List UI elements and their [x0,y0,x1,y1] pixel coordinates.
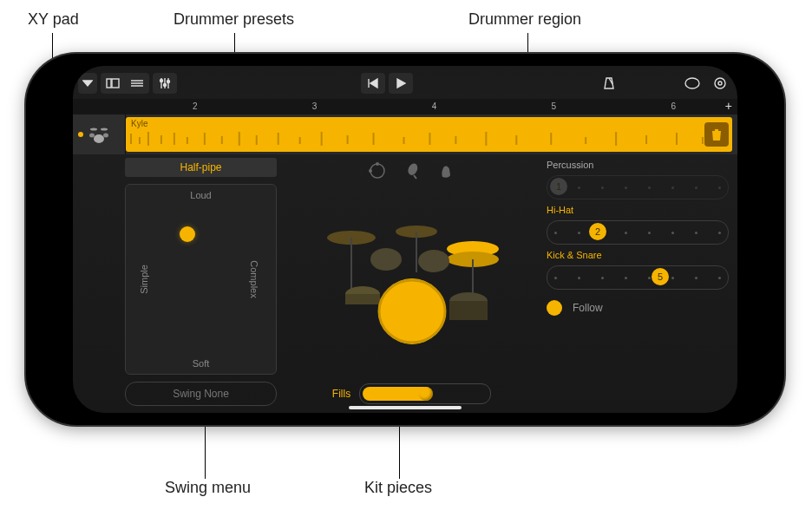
kicksnare-slider[interactable]: 5 [547,265,729,290]
svg-rect-39 [515,135,517,145]
ruler-tick: 4 [432,101,437,111]
editor-right-column: Percussion 1 Hi-Hat 2 Kick & Snare 5 [547,158,729,406]
svg-point-13 [715,78,725,88]
svg-point-59 [418,250,449,272]
hihat-stop[interactable]: 2 [589,223,606,240]
svg-point-14 [718,82,722,85]
svg-rect-20 [130,134,132,144]
kicksnare-stop[interactable]: 5 [652,268,669,285]
trash-icon [710,128,723,141]
svg-point-49 [406,162,419,177]
svg-point-48 [369,169,372,173]
svg-rect-61 [345,294,380,304]
kit-pieces[interactable] [312,180,512,382]
ruler-tick: 2 [193,101,198,111]
svg-rect-29 [256,135,258,145]
svg-point-15 [94,134,104,143]
ruler-tick: 3 [312,101,318,111]
track-row: Kyle [73,114,737,154]
record-enable-dot[interactable] [78,132,83,137]
skip-back-button[interactable] [361,73,385,94]
fills-label: Fills [332,388,350,400]
xy-puck[interactable] [180,226,195,242]
svg-point-17 [103,134,108,138]
svg-rect-37 [455,136,456,144]
fills-row: Fills [332,382,491,406]
drummer-editor: Half-pipe Loud Soft Simple Complex Swing… [73,153,737,413]
callout-xy-pad: XY pad [28,10,79,29]
mixer-button[interactable] [153,73,177,94]
callout-kit-pieces: Kit pieces [364,479,432,497]
mixer-icon [158,77,172,89]
tracks-view-icon [130,78,144,88]
loop-button[interactable] [680,73,704,94]
svg-point-10 [167,81,170,83]
xy-label-soft: Soft [193,358,210,369]
loop-icon [684,76,701,90]
svg-point-58 [370,248,402,271]
settings-button[interactable] [708,73,732,94]
menu-button[interactable] [78,73,97,94]
svg-rect-38 [485,132,487,146]
svg-rect-35 [403,137,405,144]
svg-rect-28 [239,132,240,146]
add-track-button[interactable]: + [725,99,732,113]
fills-slider[interactable] [359,383,491,404]
editor-mid-column: Fills [291,158,533,406]
timeline-ruler[interactable]: 2 3 4 5 6 + [73,99,737,114]
svg-point-46 [370,164,384,178]
menu-triangle-icon [82,79,93,88]
svg-point-16 [89,134,95,138]
svg-rect-63 [449,301,488,320]
xy-label-complex: Complex [248,260,259,298]
svg-rect-27 [221,136,223,144]
metronome-icon [601,75,617,91]
svg-rect-31 [299,137,301,144]
delete-region-button[interactable] [704,122,729,147]
svg-rect-34 [373,133,375,145]
drummer-region[interactable]: Kyle [126,117,732,152]
track-header[interactable] [73,114,126,154]
percussion-stop[interactable]: 1 [550,178,567,195]
play-icon [396,78,406,88]
shaker-icon[interactable] [403,161,422,180]
play-button[interactable] [389,73,413,94]
gear-icon [712,75,728,91]
browser-view-button[interactable] [101,73,125,94]
callout-swing-menu: Swing menu [165,479,251,497]
metronome-button[interactable] [597,73,621,94]
follow-toggle[interactable] [547,300,562,316]
notch [26,161,50,317]
fills-knob[interactable] [419,387,433,401]
svg-rect-41 [585,137,586,144]
tracks-view-button[interactable] [125,73,149,94]
swing-menu[interactable]: Swing None [125,382,277,406]
follow-label: Follow [573,302,603,314]
svg-rect-25 [187,137,188,144]
region-label: Kyle [131,119,147,128]
iphone-frame: 2 3 4 5 6 + Kyle [26,54,784,425]
drummer-preset-selector[interactable]: Half-pipe [125,158,277,177]
svg-rect-24 [174,133,175,145]
follow-row: Follow [547,300,729,316]
ruler-tick: 6 [671,101,676,111]
svg-rect-40 [550,133,552,145]
xy-label-simple: Simple [139,265,149,294]
ruler-tick: 5 [552,101,557,111]
svg-point-12 [685,78,699,88]
svg-point-9 [164,84,167,87]
xy-pad[interactable]: Loud Soft Simple Complex [125,184,277,375]
handclap-icon[interactable] [437,161,456,180]
svg-rect-32 [321,132,323,146]
svg-point-18 [90,128,97,131]
percussion-label: Percussion [547,160,729,170]
svg-point-8 [160,80,163,82]
svg-rect-45 [702,137,704,144]
hihat-slider[interactable]: 2 [547,220,729,245]
home-indicator[interactable] [349,406,462,409]
callout-drummer-presets: Drummer presets [174,10,294,29]
svg-point-19 [101,128,108,131]
tambourine-icon[interactable] [368,161,387,180]
percussion-slider[interactable]: 1 [547,175,729,199]
drumkit-icon [87,125,111,144]
